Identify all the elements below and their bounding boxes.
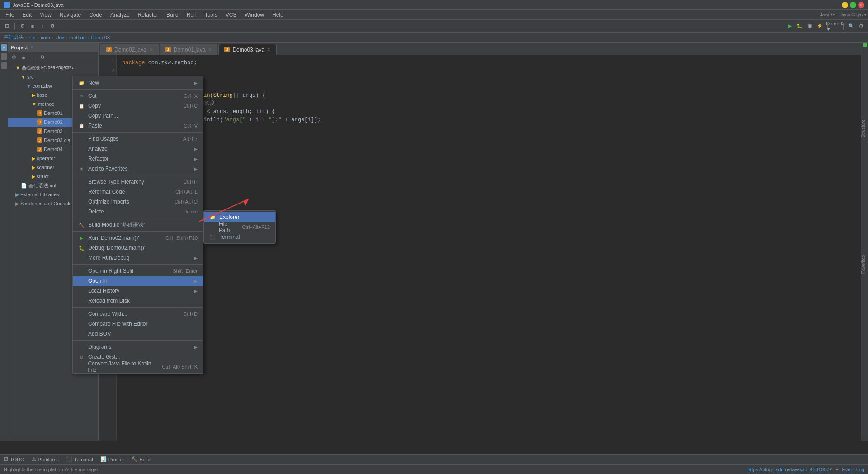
project-dropdown-icon[interactable]: ▼: [29, 45, 34, 50]
menu-vcs[interactable]: VCS: [222, 11, 241, 19]
operator-folder-icon: ▶: [32, 156, 35, 161]
breadcrumb-item-6[interactable]: Demo03: [91, 35, 110, 40]
ctx-localhistory[interactable]: Local History ▶: [73, 286, 203, 296]
maximize-button[interactable]: □: [850, 2, 856, 8]
toolbar-gear2[interactable]: ⚙: [48, 22, 57, 30]
code-area[interactable]: package com.zkw.method; //通过命令行传参数 publi…: [117, 55, 861, 441]
ctx-comparewith[interactable]: Compare With... Ctrl+D: [73, 309, 203, 319]
toolbar-settings2[interactable]: ⚙: [857, 22, 865, 30]
ctx-reload[interactable]: Reload from Disk: [73, 296, 203, 306]
sidebar-project-icon[interactable]: P: [1, 44, 7, 51]
toolbar-project-btn[interactable]: ⊞: [3, 22, 11, 30]
ctx-delete-label: Delete...: [88, 209, 108, 215]
ctx-paste-left: 📋 Paste: [78, 123, 102, 129]
ctx-copy[interactable]: 📋 Copy Ctrl+C: [73, 101, 203, 111]
ctx-compareeditor[interactable]: Compare File with Editor: [73, 319, 203, 329]
ctx-debug[interactable]: 🐛 Debug 'Demo02.main()': [73, 243, 203, 253]
breadcrumb-item-2[interactable]: src: [29, 35, 36, 40]
src-folder-icon: ▼: [21, 74, 26, 80]
menu-navigate[interactable]: Navigate: [56, 11, 85, 19]
menu-help[interactable]: Help: [269, 11, 287, 19]
menu-view[interactable]: View: [36, 11, 55, 19]
debug-button[interactable]: 🐛: [796, 22, 804, 30]
ctx-buildmodule[interactable]: 🔨 Build Module '基础语法': [73, 220, 203, 230]
tab-demo03-close[interactable]: ✕: [267, 47, 271, 52]
ctx-debug-left: 🐛 Debug 'Demo02.main()': [78, 245, 145, 251]
event-log-label[interactable]: Event Log: [842, 467, 864, 472]
ctx-convert[interactable]: Convert Java File to Kotlin File Ctrl+Al…: [73, 362, 203, 372]
ctx-addtofav[interactable]: ★ Add to Favorites ▶: [73, 164, 203, 174]
bottom-tab-problems[interactable]: ⚠ Problems: [32, 456, 59, 462]
ctx-refactor-icon: [78, 156, 85, 162]
submenu-filepath[interactable]: File Path Ctrl+Alt+F12: [204, 222, 275, 232]
submenu-terminal[interactable]: ⬛ Terminal: [204, 232, 275, 242]
status-url[interactable]: https://blog.csdn.net/weixin_45610572: [747, 467, 832, 472]
ctx-cut[interactable]: ✂ Cut Ctrl+X: [73, 91, 203, 101]
breadcrumb-item-1[interactable]: 基础语法: [4, 34, 24, 41]
breadcrumb-item-3[interactable]: com: [41, 35, 50, 40]
ctx-analyze[interactable]: Analyze ▶: [73, 144, 203, 154]
menu-run[interactable]: Run: [183, 11, 200, 19]
project-toolbar-btn4[interactable]: ⚙: [38, 53, 47, 62]
menu-build[interactable]: Build: [163, 11, 182, 19]
ctx-optimize[interactable]: Optimize Imports Ctrl+Alt+O: [73, 197, 203, 207]
sidebar-bookmark-icon[interactable]: [1, 62, 7, 69]
menu-tools[interactable]: Tools: [201, 11, 221, 19]
ctx-paste[interactable]: 📋 Paste Ctrl+V: [73, 121, 203, 131]
structure-label[interactable]: Structure: [861, 118, 868, 140]
menu-file[interactable]: File: [2, 11, 18, 19]
ctx-addbom[interactable]: Add BOM: [73, 329, 203, 339]
menu-code[interactable]: Code: [85, 11, 106, 19]
ctx-cut-shortcut: Ctrl+X: [184, 93, 198, 99]
tab-demo01[interactable]: J Demo01.java ✕: [160, 44, 218, 55]
ctx-refactor[interactable]: Refactor ▶: [73, 154, 203, 164]
ctx-diagrams[interactable]: Diagrams ▶: [73, 342, 203, 352]
run-config-selector[interactable]: Demo03 ▼: [831, 22, 840, 30]
toolbar-profile[interactable]: ⚡: [816, 22, 824, 30]
menu-refactor[interactable]: Refactor: [134, 11, 162, 19]
tab-demo02[interactable]: J Demo02.java ✕: [100, 44, 159, 55]
tab-demo02-close[interactable]: ✕: [149, 47, 153, 52]
tree-item-module[interactable]: ▼ 基础语法 E:\IdeaProjects\...: [8, 63, 98, 72]
close-button[interactable]: ✕: [858, 2, 864, 8]
ctx-copypath[interactable]: Copy Path...: [73, 111, 203, 121]
toolbar-minus[interactable]: –: [58, 22, 66, 30]
bottom-tab-build[interactable]: 🔨 Build: [131, 456, 150, 462]
breadcrumb-item-4[interactable]: zkw: [55, 35, 64, 40]
project-toolbar-btn1[interactable]: ⚙: [10, 53, 18, 62]
breadcrumb-item-5[interactable]: method: [69, 35, 86, 40]
ctx-openright[interactable]: Open in Right Split Shift+Enter: [73, 266, 203, 276]
menu-analyze[interactable]: Analyze: [107, 11, 133, 19]
ctx-browsetype[interactable]: Browse Type Hierarchy Ctrl+H: [73, 177, 203, 187]
menu-edit[interactable]: Edit: [19, 11, 35, 19]
project-toolbar-btn2[interactable]: ≡: [19, 53, 28, 62]
toolbar-coverage[interactable]: ▣: [806, 22, 814, 30]
ctx-browsetype-label: Browse Type Hierarchy: [88, 179, 144, 185]
ctx-delete[interactable]: Delete... Delete: [73, 207, 203, 217]
ctx-new[interactable]: 📁 New ▶: [73, 78, 203, 88]
bottom-tab-profiler[interactable]: 📊 Profiler: [100, 456, 124, 462]
menu-window[interactable]: Window: [241, 11, 268, 19]
bottom-tab-terminal[interactable]: ⬛ Terminal: [66, 456, 93, 462]
toolbar-list[interactable]: ≡: [28, 22, 37, 30]
ctx-findusages[interactable]: Find Usages Alt+F7: [73, 134, 203, 144]
bottom-tab-todo[interactable]: ☑ TODO: [4, 456, 24, 462]
ctx-run[interactable]: ▶ Run 'Demo02.main()' Ctrl+Shift+F10: [73, 233, 203, 243]
toolbar-settings[interactable]: ⚙: [19, 22, 27, 30]
minimize-button[interactable]: ─: [842, 2, 848, 8]
run-button[interactable]: ▶: [786, 22, 794, 30]
project-toolbar-btn5[interactable]: –: [48, 53, 56, 62]
ctx-openin[interactable]: Open In ▶: [73, 276, 203, 286]
project-toolbar-btn3[interactable]: ↕: [29, 53, 37, 62]
tab-demo01-close[interactable]: ✕: [208, 47, 212, 52]
ctx-copy-icon: 📋: [78, 103, 85, 109]
tab-demo03[interactable]: J Demo03.java ✕: [218, 44, 277, 55]
toolbar-search[interactable]: 🔍: [847, 22, 855, 30]
favorites-label[interactable]: Favorites: [861, 253, 868, 275]
bottom-bar: ☑ TODO ⚠ Problems ⬛ Terminal 📊 Profiler …: [0, 454, 868, 464]
ctx-morerun[interactable]: More Run/Debug ▶: [73, 253, 203, 263]
sidebar-structure-icon[interactable]: [1, 53, 7, 60]
ctx-reformat[interactable]: Reformat Code Ctrl+Alt+L: [73, 187, 203, 197]
ctx-diagrams-label: Diagrams: [88, 344, 111, 350]
toolbar-sort[interactable]: ↕: [38, 22, 47, 30]
